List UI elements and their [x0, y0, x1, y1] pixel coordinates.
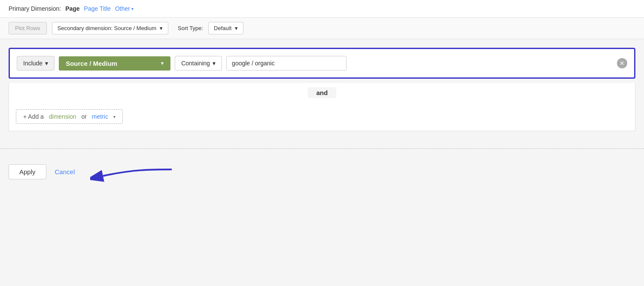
sort-type-label: Sort Type:: [178, 25, 203, 31]
divider: [0, 148, 644, 149]
secondary-row: Plot Rows Secondary dimension: Source / …: [0, 18, 644, 39]
include-chevron-icon: ▾: [45, 60, 48, 67]
dim-other-dropdown[interactable]: Other ▾: [115, 5, 134, 12]
other-chevron-icon: ▾: [131, 6, 134, 11]
dim-page-title-link[interactable]: Page Title: [84, 5, 111, 12]
filter-section: Include ▾ Source / Medium ▾ Containing ▾…: [9, 48, 635, 79]
containing-chevron-icon: ▾: [213, 60, 216, 67]
add-dimension-section: + Add a dimension or metric ▾: [9, 102, 635, 131]
containing-button[interactable]: Containing ▾: [175, 56, 222, 71]
and-label: and: [308, 87, 337, 98]
add-dimension-chevron-icon: ▾: [113, 114, 115, 119]
add-dimension-button[interactable]: + Add a dimension or metric ▾: [16, 109, 123, 124]
close-filter-button[interactable]: ✕: [617, 58, 627, 68]
arrow-container: [90, 165, 176, 188]
page-container: Primary Dimension: Page Page Title Other…: [0, 0, 644, 286]
secondary-dimension-chevron-icon: ▾: [160, 25, 163, 31]
primary-dimension-label: Primary Dimension:: [9, 5, 61, 12]
filter-row: Include ▾ Source / Medium ▾ Containing ▾…: [17, 56, 627, 71]
add-dimension-prefix: + Add a: [23, 113, 44, 120]
secondary-dimension-dropdown[interactable]: Secondary dimension: Source / Medium ▾: [52, 22, 169, 34]
dim-page-link[interactable]: Page: [65, 5, 79, 12]
source-medium-chevron-icon: ▾: [161, 61, 164, 66]
primary-dimension-bar: Primary Dimension: Page Page Title Other…: [0, 0, 644, 18]
sort-chevron-icon: ▾: [235, 25, 238, 31]
sort-type-dropdown[interactable]: Default ▾: [208, 22, 243, 34]
and-row: and: [9, 83, 635, 102]
filter-value-input[interactable]: [226, 56, 346, 71]
include-button[interactable]: Include ▾: [17, 56, 55, 71]
plot-rows-button[interactable]: Plot Rows: [9, 22, 47, 34]
cancel-button[interactable]: Cancel: [55, 168, 75, 175]
arrow-icon: [90, 165, 176, 187]
add-dimension-or: or: [82, 113, 87, 120]
bottom-section: Apply Cancel: [0, 157, 644, 186]
source-medium-button[interactable]: Source / Medium ▾: [59, 56, 170, 71]
add-dimension-text: dimension: [49, 113, 76, 120]
apply-button[interactable]: Apply: [9, 164, 46, 179]
add-metric-text: metric: [92, 113, 108, 120]
